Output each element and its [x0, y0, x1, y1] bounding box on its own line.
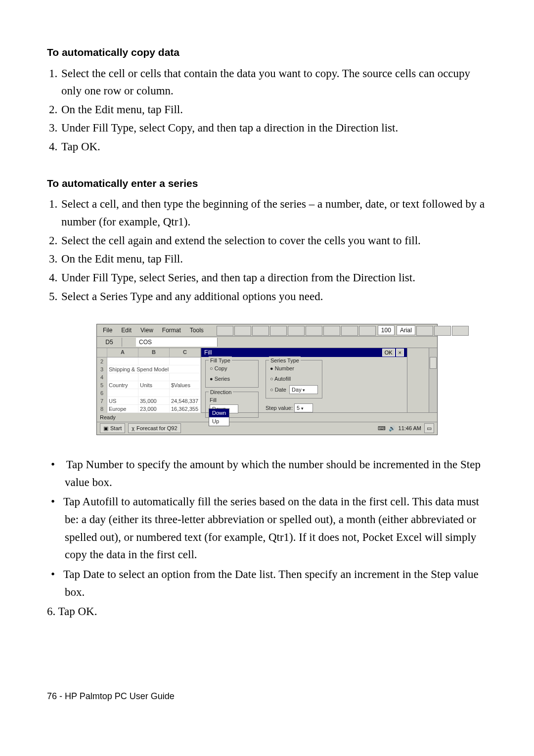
steps-copy-data: Select the cell or cells that contain th…: [47, 65, 487, 156]
radio-date[interactable]: Date Day: [270, 385, 318, 394]
page-footer: 76 - HP Palmtop PC User Guide: [47, 690, 487, 704]
ok-button[interactable]: OK: [382, 349, 395, 356]
date-dropdown[interactable]: Day: [289, 385, 318, 394]
col-header[interactable]: A: [107, 348, 138, 357]
radio-autofill[interactable]: Autofill: [270, 375, 318, 383]
step-6: 6. Tap OK.: [47, 603, 487, 621]
menu-tools[interactable]: Tools: [187, 326, 207, 335]
step: Select the cell again and extend the sel…: [60, 232, 487, 250]
col-header[interactable]: C: [170, 348, 201, 357]
step: Under Fill Type, select Series, and then…: [60, 269, 487, 287]
dialog-title: Fill: [204, 348, 212, 357]
windows-icon: ▣: [103, 424, 108, 433]
menubar: File Edit View Format Tools 100 Arial: [97, 324, 437, 337]
series-type-group: Series Type Number Autofill Date Day: [266, 360, 322, 399]
direction-dropdown-list[interactable]: Down Up: [209, 408, 229, 426]
formula-bar: D5 COS: [97, 337, 437, 348]
series-type-bullets: Tap Number to specify the amount by whic…: [47, 456, 487, 601]
help-icon[interactable]: [434, 326, 451, 336]
comma-icon[interactable]: [359, 326, 376, 336]
heading-copy-data: To automatically copy data: [47, 44, 487, 61]
open-icon[interactable]: [217, 326, 233, 336]
paste-icon[interactable]: [288, 326, 305, 336]
sum-icon[interactable]: [323, 326, 340, 336]
cut-icon[interactable]: [252, 326, 269, 336]
bullet: Tap Number to specify the amount by whic…: [51, 456, 487, 491]
currency-icon[interactable]: [341, 326, 358, 336]
vertical-scrollbar[interactable]: [429, 348, 437, 412]
scroll-region: [407, 348, 437, 412]
excel-icon: χ: [132, 424, 134, 433]
menu-file[interactable]: File: [100, 326, 115, 335]
desktop-icon[interactable]: ▭: [424, 423, 434, 433]
fill-type-group: Fill Type Copy Series: [205, 360, 259, 388]
step: On the Edit menu, tap Fill.: [60, 250, 487, 268]
bold-icon[interactable]: [416, 326, 433, 336]
spreadsheet-grid[interactable]: A B C 2 3Shipping & Spend Model 4 5Count…: [97, 348, 201, 412]
step: Select a cell, and then type the beginni…: [60, 195, 487, 230]
radio-copy[interactable]: Copy: [210, 364, 254, 373]
start-button[interactable]: ▣Start: [100, 423, 125, 433]
clock: 11:46 AM: [399, 424, 421, 433]
radio-number[interactable]: Number: [270, 364, 318, 373]
step: Under Fill Type, select Copy, and then t…: [60, 119, 487, 137]
save-icon[interactable]: [234, 326, 251, 336]
tray-icon[interactable]: 🔊: [389, 424, 396, 433]
pocket-excel-screenshot: File Edit View Format Tools 100 Arial D5…: [96, 324, 438, 435]
bullet: Tap Date to select an option from the Da…: [51, 566, 487, 601]
menu-view[interactable]: View: [137, 326, 156, 335]
taskbar: ▣Start χForecast for Q92 ⌨ 🔊 11:46 AM ▭: [97, 422, 437, 434]
close-button[interactable]: ×: [396, 349, 404, 356]
step: Select the cell or cells that contain th…: [60, 65, 487, 100]
step-value-field[interactable]: 5: [294, 403, 313, 412]
radio-series[interactable]: Series: [210, 375, 254, 383]
bullet: Tap Autofill to automatically fill the s…: [51, 493, 487, 564]
copy-icon[interactable]: [270, 326, 287, 336]
toolbar-icons: 100 Arial: [213, 325, 472, 335]
heading-enter-series: To automatically enter a series: [47, 176, 487, 192]
col-header[interactable]: B: [138, 348, 170, 357]
undo-icon[interactable]: [306, 326, 322, 336]
step-value-label: Step value:: [266, 405, 293, 411]
task-button[interactable]: χForecast for Q92: [128, 423, 180, 433]
font-field[interactable]: Arial: [397, 325, 415, 335]
close-icon[interactable]: [452, 326, 469, 336]
step: Select a Series Type and any additional …: [60, 288, 487, 306]
step: On the Edit menu, tap Fill.: [60, 101, 487, 119]
formula-field[interactable]: COS: [136, 338, 218, 347]
fill-dialog: Fill OK × Fill Type Copy Series Directio…: [201, 348, 407, 412]
menu-format[interactable]: Format: [159, 326, 184, 335]
menu-edit[interactable]: Edit: [118, 326, 134, 335]
zoom-field[interactable]: 100: [378, 325, 395, 335]
direction-group: Direction Fill Down Down Up: [205, 392, 259, 418]
tray-icon[interactable]: ⌨: [378, 424, 386, 433]
step: Tap OK.: [60, 138, 487, 156]
steps-enter-series: Select a cell, and then type the beginni…: [47, 195, 487, 305]
cell-reference[interactable]: D5: [97, 338, 122, 347]
